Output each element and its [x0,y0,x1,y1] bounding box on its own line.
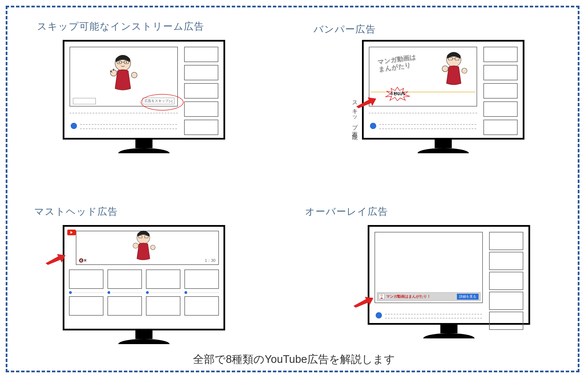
svg-point-20 [150,245,155,250]
meta-line [379,124,476,125]
skip-ad-label: 広告をスキップ [145,99,168,103]
screen: 広告をスキップ ▷| [63,40,225,140]
thumb [184,83,218,99]
meta-line [369,113,477,113]
character-illustration [128,229,159,265]
thumb [184,65,218,80]
grid-thumb [69,269,103,289]
svg-point-4 [119,62,120,63]
thumb [184,120,218,135]
screen: 🔇✖ 1：30 [63,225,225,330]
title-masthead: マストヘッド広告 [34,205,118,218]
bumper-promo-text: マンガ動画は まんがたり [377,53,418,73]
suggested-thumbs [483,47,518,135]
overlay-cta-button[interactable]: 詳細を見る [457,294,479,300]
thumb [489,272,523,290]
monitor-stand-neck [135,140,152,148]
video-grid [69,269,219,316]
svg-marker-15 [356,97,376,108]
title-bumper: バンパー広告 [314,23,376,36]
thumb [483,83,518,99]
svg-point-7 [131,72,137,78]
video-player: 広告をスキップ ▷| [70,47,178,107]
grid-meta [69,291,103,294]
grid-meta [184,291,219,294]
channel-avatar [376,312,382,318]
thumb [184,101,218,117]
monitor-masthead: 🔇✖ 1：30 [63,225,225,344]
screen: マンガ動画はまんがたり！ 詳細を見る [368,225,530,325]
screen: マンガ動画は まんがたり ６ [362,40,524,140]
arrow-icon [353,296,373,308]
svg-marker-23 [353,297,373,308]
grid-thumb [107,296,142,316]
grid-meta [107,291,142,294]
skip-ad-button[interactable]: 広告をスキップ ▷| [143,98,174,104]
meta-line [385,318,482,318]
grid-thumb [107,269,142,289]
youtube-logo-icon [67,230,76,235]
video-player: マンガ動画はまんがたり！ 詳細を見る [375,232,483,303]
monitor-stand-base [423,333,475,338]
title-instream: スキップ可能なインストリーム広告 [37,20,204,33]
channel-avatar [71,123,77,129]
suggested-thumbs [184,47,218,135]
thumb [483,120,518,135]
title-overlay: オーバーレイ広告 [305,205,388,218]
grid-thumb [146,296,180,316]
diagram-caption: 全部で8種類のYouTube広告を解説します [0,352,588,367]
svg-marker-21 [46,254,66,265]
masthead-banner: 🔇✖ 1：30 [76,231,219,265]
thumb [483,47,518,62]
svg-point-19 [133,243,139,248]
svg-point-12 [442,66,448,72]
duration-burst: ６秒以内 [383,87,412,101]
ad-indicator-box [73,98,96,104]
overlay-thumb-icon [379,294,384,299]
overlay-text: マンガ動画はまんがたり！ [386,294,455,299]
grid-meta [146,291,180,294]
mute-icon: 🔇✖ [79,258,87,263]
monitor-stand-base [118,148,170,153]
grid-thumb [184,296,219,316]
character-illustration [104,53,141,96]
svg-point-5 [126,62,127,63]
thumb [489,312,523,330]
thumb [489,292,523,310]
monitor-instream: 広告をスキップ ▷| [63,40,225,153]
monitor-stand-neck [440,325,457,333]
meta-line [80,124,177,125]
monitor-bumper: マンガ動画は まんがたり ６ [362,40,524,153]
meta-line [80,128,177,129]
arrow-icon [46,254,66,265]
overlay-ad-banner[interactable]: マンガ動画はまんがたり！ 詳細を見る [377,292,481,301]
monitor-stand-base [118,339,170,344]
thumb [483,65,518,80]
thumb [184,47,218,62]
thumb [489,252,523,270]
monitor-stand-neck [135,330,152,339]
arrow-icon [356,97,376,108]
suggested-thumbs [489,232,523,330]
duration-label: 1：30 [205,258,215,263]
bumper-side-note: スキップ不可能 [351,97,359,131]
monitor-stand-neck [435,140,452,148]
svg-point-22 [381,295,382,297]
character-illustration [437,50,471,90]
grid-thumb [69,296,103,316]
channel-avatar [370,123,376,129]
monitor-stand-base [418,148,469,153]
skip-icon: ▷| [169,99,172,103]
meta-line [379,128,476,129]
meta-line [70,113,178,113]
svg-point-13 [462,68,467,73]
meta-line [385,314,482,314]
grid-thumb [184,269,219,289]
thumb [489,232,523,250]
video-player: マンガ動画は まんがたり ６ [369,47,477,107]
grid-thumb [146,269,180,289]
monitor-overlay: マンガ動画はまんがたり！ 詳細を見る [368,225,530,338]
burst-label: ６秒以内 [390,91,405,96]
thumb [483,101,518,117]
